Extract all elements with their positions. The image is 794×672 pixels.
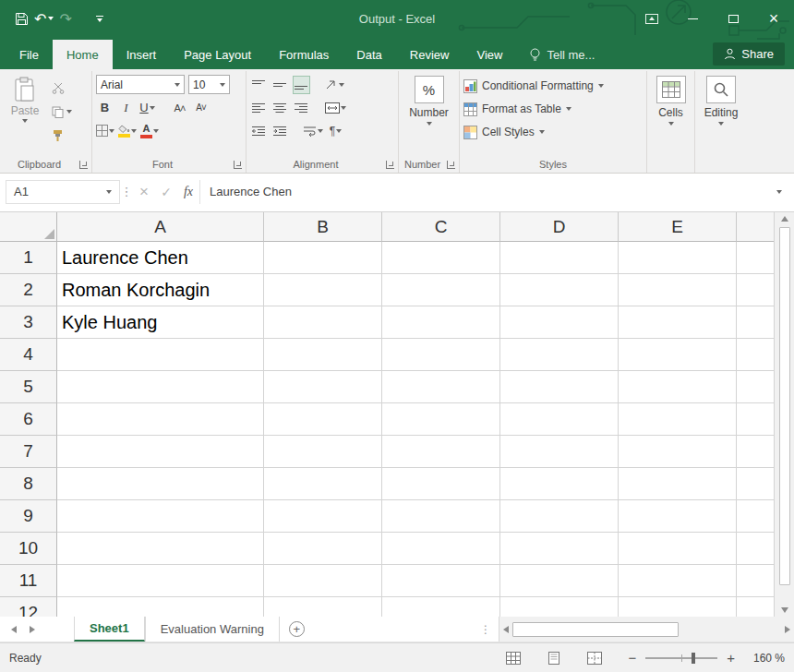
column-header-E[interactable]: E	[619, 212, 737, 242]
cell-B4[interactable]	[264, 339, 382, 371]
row-header-7[interactable]: 7	[0, 436, 57, 468]
tab-view[interactable]: View	[463, 40, 516, 69]
wrap-text-button[interactable]	[304, 122, 323, 140]
cell-D9[interactable]	[500, 500, 619, 533]
cell-A10[interactable]	[57, 533, 264, 565]
row-header-4[interactable]: 4	[0, 339, 57, 371]
tab-data[interactable]: Data	[343, 40, 395, 69]
cell-E1[interactable]	[619, 242, 737, 274]
orientation-button[interactable]	[325, 76, 344, 94]
cell-D2[interactable]	[500, 274, 619, 306]
align-top-button[interactable]	[250, 76, 268, 94]
tab-page-layout[interactable]: Page Layout	[170, 40, 265, 69]
row-header-9[interactable]: 9	[0, 500, 57, 533]
percent-style-button[interactable]: %	[415, 76, 444, 103]
row-header-5[interactable]: 5	[0, 371, 57, 403]
cell-A1[interactable]: Laurence Chen	[57, 242, 264, 274]
cell-A12[interactable]	[57, 597, 264, 617]
sheet-tab-sheet1[interactable]: Sheet1	[74, 617, 145, 642]
enter-icon[interactable]	[155, 180, 177, 204]
font-dialog-launcher-icon[interactable]	[234, 161, 242, 169]
row-header-6[interactable]: 6	[0, 403, 57, 436]
cell-E4[interactable]	[619, 339, 737, 371]
cell-D6[interactable]	[500, 403, 619, 436]
cell-A5[interactable]	[57, 371, 264, 403]
row-header-1[interactable]: 1	[0, 242, 57, 274]
paste-dropdown-caret[interactable]	[22, 119, 28, 123]
number-dialog-launcher-icon[interactable]	[447, 161, 455, 169]
cell-B8[interactable]	[264, 468, 382, 500]
cancel-icon[interactable]	[133, 180, 155, 204]
row-header-2[interactable]: 2	[0, 274, 57, 306]
cell-D11[interactable]	[500, 565, 619, 597]
tell-me-box[interactable]: Tell me...	[516, 40, 608, 69]
font-color-button[interactable]	[140, 122, 159, 140]
cell-C9[interactable]	[382, 500, 500, 533]
font-size-combobox[interactable]: 10	[188, 75, 230, 94]
previous-sheet-icon[interactable]	[11, 626, 17, 633]
redo-icon[interactable]	[59, 10, 71, 28]
scroll-right-icon[interactable]	[785, 626, 790, 633]
cell-D1[interactable]	[500, 242, 619, 274]
cell-E9[interactable]	[619, 500, 737, 533]
row-header-3[interactable]: 3	[0, 306, 57, 339]
cells-button[interactable]	[656, 76, 686, 103]
row-header-8[interactable]: 8	[0, 468, 57, 500]
decrease-indent-button[interactable]	[250, 122, 268, 140]
horizontal-scroll-thumb[interactable]	[512, 622, 679, 637]
cut-button[interactable]	[50, 78, 74, 97]
cell-A8[interactable]	[57, 468, 264, 500]
page-layout-view-icon[interactable]	[547, 652, 561, 665]
cell-C10[interactable]	[382, 533, 500, 565]
row-header-11[interactable]: 11	[0, 565, 57, 597]
zoom-slider[interactable]	[645, 657, 717, 659]
horizontal-scrollbar[interactable]	[499, 617, 794, 642]
cell-A7[interactable]	[57, 436, 264, 468]
increase-font-size-icon[interactable]	[171, 99, 188, 117]
cell-C5[interactable]	[382, 371, 500, 403]
cell-D4[interactable]	[500, 339, 619, 371]
cell-B10[interactable]	[264, 533, 382, 565]
number-format-dropdown[interactable]: Number	[403, 106, 455, 126]
scroll-down-icon[interactable]	[781, 607, 788, 613]
clipboard-dialog-launcher-icon[interactable]	[79, 161, 88, 169]
italic-button[interactable]: I	[117, 99, 135, 117]
copy-button[interactable]	[50, 102, 74, 121]
cell-C1[interactable]	[382, 242, 500, 274]
minimize-icon[interactable]	[672, 0, 713, 37]
cell-E5[interactable]	[619, 371, 737, 403]
fill-color-button[interactable]	[118, 122, 137, 140]
cell-E3[interactable]	[619, 306, 737, 339]
zoom-in-icon[interactable]	[727, 650, 735, 666]
tab-insert[interactable]: Insert	[113, 40, 171, 69]
formula-bar-input[interactable]: Laurence Chen	[199, 180, 770, 204]
normal-view-icon[interactable]	[506, 652, 521, 665]
align-middle-button[interactable]	[271, 76, 289, 94]
cell-C2[interactable]	[382, 274, 500, 306]
cell-B6[interactable]	[264, 403, 382, 436]
cell-E6[interactable]	[619, 403, 737, 436]
ribbon-display-options-icon[interactable]	[632, 0, 672, 37]
bold-button[interactable]: B	[96, 99, 114, 117]
cell-C11[interactable]	[382, 565, 500, 597]
cell-E12[interactable]	[619, 597, 737, 617]
column-header-D[interactable]: D	[500, 212, 619, 242]
cell-B11[interactable]	[264, 565, 382, 597]
font-name-combobox[interactable]: Arial	[96, 75, 185, 94]
cell-B1[interactable]	[264, 242, 382, 274]
merge-center-button[interactable]	[325, 99, 346, 117]
cell-styles-button[interactable]: Cell Styles	[463, 122, 643, 142]
cell-C7[interactable]	[382, 436, 500, 468]
tab-review[interactable]: Review	[396, 40, 463, 69]
cell-C8[interactable]	[382, 468, 500, 500]
cell-C12[interactable]	[382, 597, 500, 617]
cell-B9[interactable]	[264, 500, 382, 533]
cell-D10[interactable]	[500, 533, 619, 565]
cell-A3[interactable]: Kyle Huang	[57, 306, 264, 339]
tab-splitter-handle[interactable]	[473, 617, 499, 642]
cell-C3[interactable]	[382, 306, 500, 339]
column-header-A[interactable]: A	[57, 212, 264, 242]
insert-function-button[interactable]: fx	[177, 180, 199, 204]
cell-D5[interactable]	[500, 371, 619, 403]
cell-B5[interactable]	[264, 371, 382, 403]
